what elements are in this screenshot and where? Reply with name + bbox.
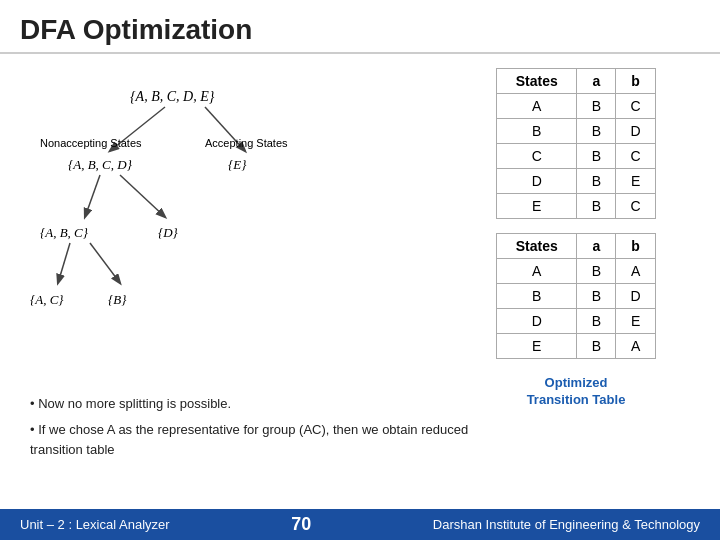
bullet-points: • Now no more splitting is possible. • I…	[10, 388, 490, 460]
transition-table-1: States a b ABCBBDCBCDBEEBC	[496, 68, 656, 219]
svg-text:{D}: {D}	[158, 225, 179, 240]
svg-line-12	[90, 243, 120, 283]
table-row: EBC	[497, 194, 656, 219]
svg-text:Accepting States: Accepting States	[205, 137, 288, 149]
table-row: BBD	[497, 119, 656, 144]
svg-text:Nonaccepting States: Nonaccepting States	[40, 137, 142, 149]
bullet-1: • Now no more splitting is possible.	[30, 394, 480, 414]
right-panel: States a b ABCBBDCBCDBEEBC States a b AB…	[490, 64, 710, 534]
table-row: CBC	[497, 144, 656, 169]
optimized-label: OptimizedTransition Table	[496, 375, 656, 409]
footer: Unit – 2 : Lexical Analyzer 70 Darshan I…	[0, 509, 720, 540]
footer-center: 70	[291, 514, 311, 535]
table-row: BBD	[497, 284, 656, 309]
table-row: DBE	[497, 309, 656, 334]
bullet-2: • If we chose A as the representative fo…	[30, 420, 480, 460]
col-states-2: States	[497, 234, 577, 259]
col-a-1: a	[577, 69, 616, 94]
table-row: DBE	[497, 169, 656, 194]
svg-line-11	[58, 243, 70, 283]
col-b-2: b	[616, 234, 656, 259]
svg-line-8	[120, 175, 165, 217]
svg-line-7	[85, 175, 100, 217]
table-row: EBA	[497, 334, 656, 359]
svg-text:{A, B, C}: {A, B, C}	[40, 225, 89, 240]
table-row: ABC	[497, 94, 656, 119]
page-title: DFA Optimization	[0, 0, 720, 54]
svg-text:{E}: {E}	[228, 157, 247, 172]
transition-table-2: States a b ABABBDDBEEBA	[496, 233, 656, 359]
dfa-diagram: {A, B, C, D, E} Nonaccepting States {A, …	[10, 64, 350, 384]
left-panel: {A, B, C, D, E} Nonaccepting States {A, …	[10, 64, 490, 534]
col-states-1: States	[497, 69, 577, 94]
table-row: ABA	[497, 259, 656, 284]
col-b-1: b	[616, 69, 656, 94]
footer-left: Unit – 2 : Lexical Analyzer	[20, 517, 170, 532]
svg-text:{A, B, C, D, E}: {A, B, C, D, E}	[130, 89, 215, 104]
col-a-2: a	[577, 234, 616, 259]
svg-text:{A, B, C, D}: {A, B, C, D}	[68, 157, 133, 172]
footer-right: Darshan Institute of Engineering & Techn…	[433, 517, 700, 532]
svg-text:{A, C}: {A, C}	[30, 292, 64, 307]
svg-text:{B}: {B}	[108, 292, 127, 307]
